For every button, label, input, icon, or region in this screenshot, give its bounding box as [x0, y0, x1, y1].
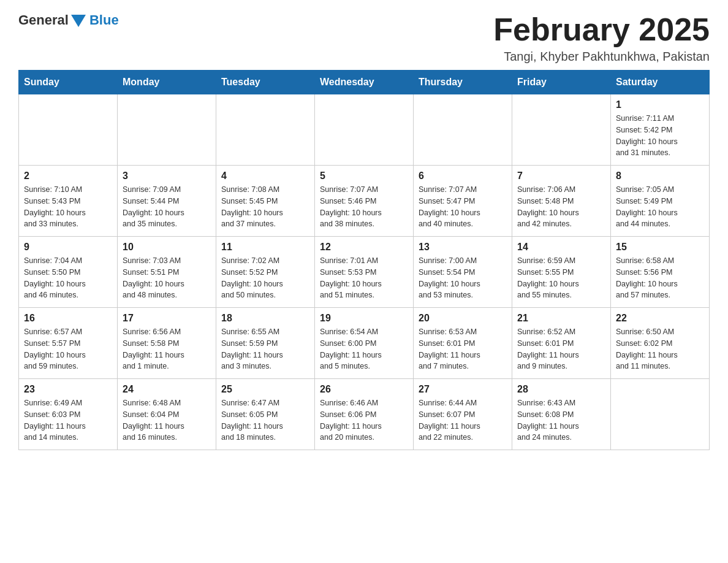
- day-number: 13: [419, 242, 507, 253]
- calendar-header-row: SundayMondayTuesdayWednesdayThursdayFrid…: [19, 71, 710, 94]
- day-number: 23: [24, 384, 112, 395]
- calendar-cell: 5Sunrise: 7:07 AMSunset: 5:46 PMDaylight…: [315, 166, 414, 237]
- logo-triangle-icon: [71, 15, 86, 27]
- day-info: Sunrise: 6:59 AMSunset: 5:55 PMDaylight:…: [517, 255, 605, 301]
- day-number: 8: [616, 170, 704, 182]
- day-header-sunday: Sunday: [19, 71, 118, 94]
- day-info: Sunrise: 6:46 AMSunset: 6:06 PMDaylight:…: [320, 397, 408, 443]
- day-number: 22: [616, 313, 704, 324]
- calendar-cell: 3Sunrise: 7:09 AMSunset: 5:44 PMDaylight…: [118, 166, 216, 237]
- day-info: Sunrise: 7:10 AMSunset: 5:43 PMDaylight:…: [24, 184, 112, 230]
- day-info: Sunrise: 7:05 AMSunset: 5:49 PMDaylight:…: [616, 184, 704, 230]
- day-header-thursday: Thursday: [414, 71, 512, 94]
- calendar-cell: 17Sunrise: 6:56 AMSunset: 5:58 PMDayligh…: [118, 308, 216, 379]
- day-number: 4: [221, 170, 309, 182]
- calendar-cell: 21Sunrise: 6:52 AMSunset: 6:01 PMDayligh…: [512, 308, 611, 379]
- day-number: 10: [123, 242, 211, 253]
- day-info: Sunrise: 6:49 AMSunset: 6:03 PMDaylight:…: [24, 397, 112, 443]
- day-header-friday: Friday: [512, 71, 611, 94]
- day-number: 1: [616, 99, 704, 110]
- calendar-cell: 11Sunrise: 7:02 AMSunset: 5:52 PMDayligh…: [216, 237, 315, 308]
- calendar-cell: [611, 379, 710, 450]
- calendar-week-2: 2Sunrise: 7:10 AMSunset: 5:43 PMDaylight…: [19, 166, 710, 237]
- title-section: February 2025 Tangi, Khyber Pakhtunkhwa,…: [493, 12, 710, 64]
- location-title: Tangi, Khyber Pakhtunkhwa, Pakistan: [493, 50, 710, 64]
- calendar-cell: 2Sunrise: 7:10 AMSunset: 5:43 PMDaylight…: [19, 166, 118, 237]
- day-info: Sunrise: 7:03 AMSunset: 5:51 PMDaylight:…: [123, 255, 211, 301]
- day-number: 28: [517, 384, 605, 395]
- calendar-cell: 13Sunrise: 7:00 AMSunset: 5:54 PMDayligh…: [414, 237, 512, 308]
- day-number: 16: [24, 313, 112, 324]
- day-number: 15: [616, 242, 704, 253]
- calendar-cell: 9Sunrise: 7:04 AMSunset: 5:50 PMDaylight…: [19, 237, 118, 308]
- day-info: Sunrise: 7:06 AMSunset: 5:48 PMDaylight:…: [517, 184, 605, 230]
- calendar-cell: [512, 94, 611, 166]
- day-number: 20: [419, 313, 507, 324]
- day-info: Sunrise: 6:55 AMSunset: 5:59 PMDaylight:…: [221, 326, 309, 372]
- day-number: 26: [320, 384, 408, 395]
- day-info: Sunrise: 7:09 AMSunset: 5:44 PMDaylight:…: [123, 184, 211, 230]
- calendar-week-1: 1Sunrise: 7:11 AMSunset: 5:42 PMDaylight…: [19, 94, 710, 166]
- day-number: 5: [320, 170, 408, 182]
- calendar-cell: 18Sunrise: 6:55 AMSunset: 5:59 PMDayligh…: [216, 308, 315, 379]
- day-number: 21: [517, 313, 605, 324]
- calendar-cell: 22Sunrise: 6:50 AMSunset: 6:02 PMDayligh…: [611, 308, 710, 379]
- calendar-cell: 7Sunrise: 7:06 AMSunset: 5:48 PMDaylight…: [512, 166, 611, 237]
- calendar-cell: 12Sunrise: 7:01 AMSunset: 5:53 PMDayligh…: [315, 237, 414, 308]
- day-info: Sunrise: 6:54 AMSunset: 6:00 PMDaylight:…: [320, 326, 408, 372]
- calendar-cell: 6Sunrise: 7:07 AMSunset: 5:47 PMDaylight…: [414, 166, 512, 237]
- calendar-week-3: 9Sunrise: 7:04 AMSunset: 5:50 PMDaylight…: [19, 237, 710, 308]
- day-header-monday: Monday: [118, 71, 216, 94]
- day-number: 24: [123, 384, 211, 395]
- day-number: 11: [221, 242, 309, 253]
- logo-blue-text: Blue: [89, 12, 119, 28]
- day-number: 3: [123, 170, 211, 182]
- calendar-cell: [19, 94, 118, 166]
- day-number: 19: [320, 313, 408, 324]
- day-info: Sunrise: 6:47 AMSunset: 6:05 PMDaylight:…: [221, 397, 309, 443]
- calendar-cell: 14Sunrise: 6:59 AMSunset: 5:55 PMDayligh…: [512, 237, 611, 308]
- day-number: 12: [320, 242, 408, 253]
- day-info: Sunrise: 7:08 AMSunset: 5:45 PMDaylight:…: [221, 184, 309, 230]
- calendar-cell: 4Sunrise: 7:08 AMSunset: 5:45 PMDaylight…: [216, 166, 315, 237]
- calendar-cell: 28Sunrise: 6:43 AMSunset: 6:08 PMDayligh…: [512, 379, 611, 450]
- day-info: Sunrise: 6:48 AMSunset: 6:04 PMDaylight:…: [123, 397, 211, 443]
- day-info: Sunrise: 7:11 AMSunset: 5:42 PMDaylight:…: [616, 113, 704, 159]
- day-number: 6: [419, 170, 507, 182]
- calendar-cell: 25Sunrise: 6:47 AMSunset: 6:05 PMDayligh…: [216, 379, 315, 450]
- day-info: Sunrise: 6:50 AMSunset: 6:02 PMDaylight:…: [616, 326, 704, 372]
- day-number: 9: [24, 242, 112, 253]
- calendar-cell: [315, 94, 414, 166]
- calendar-cell: [216, 94, 315, 166]
- day-info: Sunrise: 7:02 AMSunset: 5:52 PMDaylight:…: [221, 255, 309, 301]
- calendar-cell: 23Sunrise: 6:49 AMSunset: 6:03 PMDayligh…: [19, 379, 118, 450]
- day-number: 27: [419, 384, 507, 395]
- calendar-cell: 16Sunrise: 6:57 AMSunset: 5:57 PMDayligh…: [19, 308, 118, 379]
- day-number: 7: [517, 170, 605, 182]
- calendar-week-5: 23Sunrise: 6:49 AMSunset: 6:03 PMDayligh…: [19, 379, 710, 450]
- calendar-week-4: 16Sunrise: 6:57 AMSunset: 5:57 PMDayligh…: [19, 308, 710, 379]
- calendar-cell: [414, 94, 512, 166]
- calendar-cell: 24Sunrise: 6:48 AMSunset: 6:04 PMDayligh…: [118, 379, 216, 450]
- day-info: Sunrise: 6:53 AMSunset: 6:01 PMDaylight:…: [419, 326, 507, 372]
- calendar-cell: 20Sunrise: 6:53 AMSunset: 6:01 PMDayligh…: [414, 308, 512, 379]
- day-info: Sunrise: 6:56 AMSunset: 5:58 PMDaylight:…: [123, 326, 211, 372]
- calendar-cell: [118, 94, 216, 166]
- day-info: Sunrise: 7:07 AMSunset: 5:46 PMDaylight:…: [320, 184, 408, 230]
- calendar-cell: 15Sunrise: 6:58 AMSunset: 5:56 PMDayligh…: [611, 237, 710, 308]
- day-number: 18: [221, 313, 309, 324]
- day-number: 17: [123, 313, 211, 324]
- day-info: Sunrise: 6:52 AMSunset: 6:01 PMDaylight:…: [517, 326, 605, 372]
- calendar-cell: 26Sunrise: 6:46 AMSunset: 6:06 PMDayligh…: [315, 379, 414, 450]
- day-info: Sunrise: 6:43 AMSunset: 6:08 PMDaylight:…: [517, 397, 605, 443]
- day-info: Sunrise: 6:57 AMSunset: 5:57 PMDaylight:…: [24, 326, 112, 372]
- page-header: General Blue February 2025 Tangi, Khyber…: [18, 12, 710, 64]
- calendar-table: SundayMondayTuesdayWednesdayThursdayFrid…: [18, 70, 710, 450]
- month-title: February 2025: [493, 12, 710, 47]
- day-info: Sunrise: 6:44 AMSunset: 6:07 PMDaylight:…: [419, 397, 507, 443]
- calendar-cell: 27Sunrise: 6:44 AMSunset: 6:07 PMDayligh…: [414, 379, 512, 450]
- day-header-tuesday: Tuesday: [216, 71, 315, 94]
- calendar-cell: 10Sunrise: 7:03 AMSunset: 5:51 PMDayligh…: [118, 237, 216, 308]
- logo-general-text: General: [18, 12, 69, 28]
- calendar-cell: 8Sunrise: 7:05 AMSunset: 5:49 PMDaylight…: [611, 166, 710, 237]
